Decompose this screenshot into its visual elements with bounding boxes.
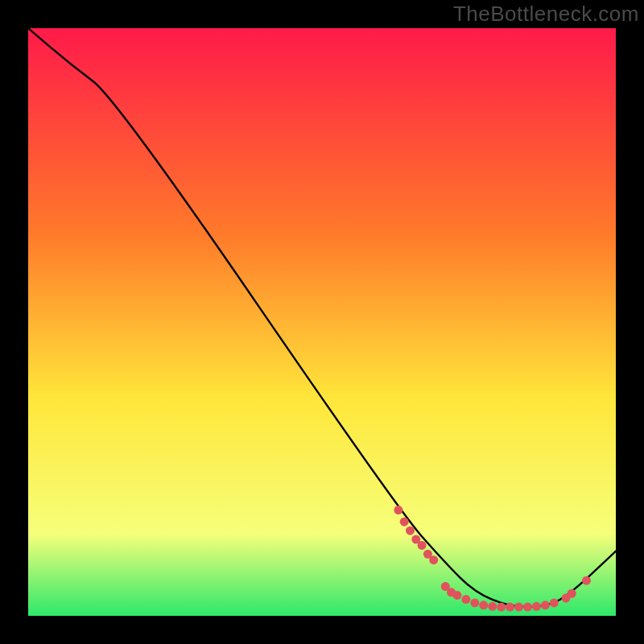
data-marker bbox=[523, 603, 532, 612]
data-marker bbox=[394, 506, 402, 514]
data-marker bbox=[532, 602, 541, 611]
data-marker bbox=[506, 603, 514, 612]
data-marker bbox=[541, 601, 550, 609]
data-marker bbox=[429, 555, 438, 564]
data-marker bbox=[470, 598, 479, 607]
data-marker bbox=[479, 601, 488, 609]
data-marker bbox=[582, 576, 591, 585]
data-marker bbox=[452, 591, 461, 600]
data-marker bbox=[550, 598, 559, 607]
data-marker bbox=[497, 603, 506, 612]
data-marker bbox=[488, 602, 497, 611]
data-marker bbox=[406, 526, 415, 535]
data-marker bbox=[461, 595, 470, 604]
data-marker bbox=[418, 541, 427, 550]
data-marker bbox=[568, 589, 576, 598]
gradient-background bbox=[28, 28, 616, 616]
chart-frame: TheBottleneck.com bbox=[0, 0, 644, 644]
data-marker bbox=[514, 603, 523, 612]
data-marker bbox=[400, 518, 409, 526]
plot-area bbox=[28, 28, 616, 616]
chart-svg bbox=[28, 28, 616, 616]
watermark-label: TheBottleneck.com bbox=[453, 2, 639, 27]
